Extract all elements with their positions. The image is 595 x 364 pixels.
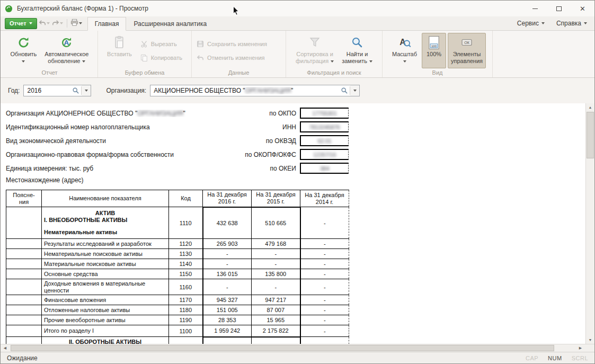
minimize-button[interactable] <box>523 1 547 16</box>
copy-button[interactable]: Копировать <box>137 52 185 64</box>
table-cell <box>6 269 42 279</box>
table-cell: II. ОБОРОТНЫЕ АКТИВЫ <box>42 337 169 344</box>
table-row: Прочие внеоборотные активы119028 35315 9… <box>6 315 349 325</box>
scroll-right-button[interactable]: ▶ <box>576 344 585 352</box>
search-icon[interactable] <box>70 85 81 96</box>
horizontal-scroll-thumb[interactable] <box>11 345 554 351</box>
horizontal-scroll-track[interactable] <box>10 344 576 352</box>
app-window: Бухгалтерский баланс (Форма 1) - Просмот… <box>0 0 595 364</box>
okei-label: по ОКЕИ <box>270 165 296 172</box>
zoom-100-button[interactable]: 100100% <box>422 33 446 68</box>
organization-combo[interactable]: АКЦИОНЕРНОЕ ОБЩЕСТВО "ОРГАНИЗАЦИЯ" <box>150 85 360 96</box>
table-cell: - <box>300 249 349 259</box>
scroll-down-button[interactable]: ▼ <box>586 336 594 344</box>
ribbon-group-report: ОбновитьAАвтоматическоеобновлениеОтчет <box>2 31 98 77</box>
okved-line: Вид экономической деятельности <box>6 137 266 145</box>
save-changes-button[interactable]: Сохранить изменения <box>193 38 270 50</box>
undo-arrow-icon <box>196 54 205 62</box>
paste-button[interactable]: Вставить <box>104 33 135 68</box>
table-cell: 1110 <box>169 207 203 239</box>
header-row-okopf: Организационно-правовая форма/форма собс… <box>6 149 349 160</box>
scroll-up-button[interactable]: ▲ <box>586 103 594 111</box>
table-cell: Результаты исследований и разработок <box>42 239 169 249</box>
table-cell: 135 800 <box>252 269 300 279</box>
table-column-header: Код <box>169 190 203 207</box>
organization-input[interactable]: АКЦИОНЕРНОЕ ОБЩЕСТВО "ОРГАНИЗАЦИЯ" <box>150 87 339 94</box>
sort-filter-button[interactable]: Сортировка ифильтрация <box>292 33 337 68</box>
discard-changes-button[interactable]: Отменить изменения <box>193 52 268 64</box>
organization-dropdown-button[interactable] <box>350 85 359 96</box>
button-label: Обновить <box>11 51 37 65</box>
table-cell: - <box>300 315 349 325</box>
report-menu-button[interactable]: Отчет <box>5 18 37 29</box>
table-cell: Нематериальные поисковые активы <box>42 249 169 259</box>
help-menu[interactable]: Справка <box>556 20 587 27</box>
print-button[interactable] <box>70 18 82 29</box>
ribbon-group-data: Сохранить измененияОтменить измененияДан… <box>192 31 286 77</box>
table-cell <box>252 337 300 344</box>
table-column-header: На 31 декабря2014 г. <box>300 190 349 207</box>
table-cell: 1120 <box>169 239 203 249</box>
quick-access-toolbar: Отчет <box>5 18 82 29</box>
search-icon[interactable] <box>339 85 350 96</box>
year-input[interactable]: 2016 <box>24 87 70 94</box>
zoom-button[interactable]: AМасштаб <box>389 33 420 68</box>
redacted-value: 384 <box>320 165 329 172</box>
scroll-left-button[interactable]: ◀ <box>1 344 10 352</box>
table-cell: - <box>300 279 349 295</box>
table-cell: 136 015 <box>203 269 252 279</box>
redacted-org-name: ОРГАНИЗАЦИЯ <box>137 110 183 117</box>
okei-value-box: 384 <box>300 163 349 174</box>
menu-row: Отчет ГлавнаяРасширенная аналитика Серви… <box>1 16 594 31</box>
tab-rasshirennaya-analitika[interactable]: Расширенная аналитика <box>126 17 214 31</box>
tab-glavnaya[interactable]: Главная <box>87 17 127 31</box>
minimize-icon <box>532 8 538 9</box>
table-cell: Финансовые вложения <box>42 295 169 305</box>
button-label: Вырезать <box>151 41 177 47</box>
table-cell: Доходные вложения в материальные ценност… <box>42 279 169 295</box>
table-cell: 1160 <box>169 279 203 295</box>
vertical-scrollbar[interactable]: ▲ ▼ <box>585 103 594 344</box>
table-row: Нематериальные поисковые активы1130--- <box>6 249 349 259</box>
okved-value-box: 62.01 <box>300 135 349 146</box>
table-row: Материальные поисковые активы1140--- <box>6 259 349 269</box>
find-replace-button[interactable]: Найти изаменить <box>339 33 376 68</box>
table-cell: - <box>203 259 252 269</box>
refresh-button[interactable]: Обновить <box>7 33 40 68</box>
chevron-down-icon <box>29 22 32 24</box>
table-cell: Отложенные налоговые активы <box>42 305 169 315</box>
redo-button[interactable] <box>52 18 64 29</box>
close-button[interactable]: ✕ <box>571 1 594 16</box>
year-dropdown-button[interactable] <box>82 85 91 96</box>
redacted-value: 7813245876 <box>309 124 340 130</box>
status-text: Ожидание <box>7 354 516 362</box>
table-cell: 1170 <box>169 295 203 305</box>
vertical-scroll-thumb[interactable] <box>587 112 594 158</box>
auto-refresh-button[interactable]: AАвтоматическоеобновление <box>41 33 92 68</box>
year-combo[interactable]: 2016 <box>23 85 91 96</box>
table-cell <box>6 315 42 325</box>
undo-button[interactable] <box>39 18 50 29</box>
horizontal-scrollbar[interactable]: ◀ ▶ <box>1 344 594 352</box>
address-line: Местонахождение (адрес) <box>6 176 594 185</box>
service-menu[interactable]: Сервис <box>517 20 545 27</box>
report-view: Организация АКЦИОНЕРНОЕ ОБЩЕСТВО "ОРГАНИ… <box>1 103 594 344</box>
maximize-icon <box>556 6 562 11</box>
table-cell: 1150 <box>169 269 203 279</box>
header-row-okved: Вид экономической деятельности по ОКВЭД … <box>6 135 349 146</box>
button-label: Масштаб <box>392 51 417 65</box>
chevron-down-icon <box>22 60 25 63</box>
table-cell: - <box>300 295 349 305</box>
table-column-header: Наименование показателя <box>42 190 169 207</box>
table-cell: Основные средства <box>42 269 169 279</box>
controls-button[interactable]: ОКЭлементыуправления <box>448 33 486 68</box>
table-cell: - <box>300 325 349 337</box>
okopf-value-box: 12267/16 <box>300 149 349 160</box>
maximize-button[interactable] <box>547 1 571 16</box>
year-label: Год: <box>8 87 20 94</box>
table-cell: 945 327 <box>203 295 252 305</box>
chevron-down-icon <box>82 60 85 63</box>
table-cell: 1140 <box>169 259 203 269</box>
cut-button[interactable]: Вырезать <box>137 38 185 50</box>
table-cell <box>300 337 349 344</box>
